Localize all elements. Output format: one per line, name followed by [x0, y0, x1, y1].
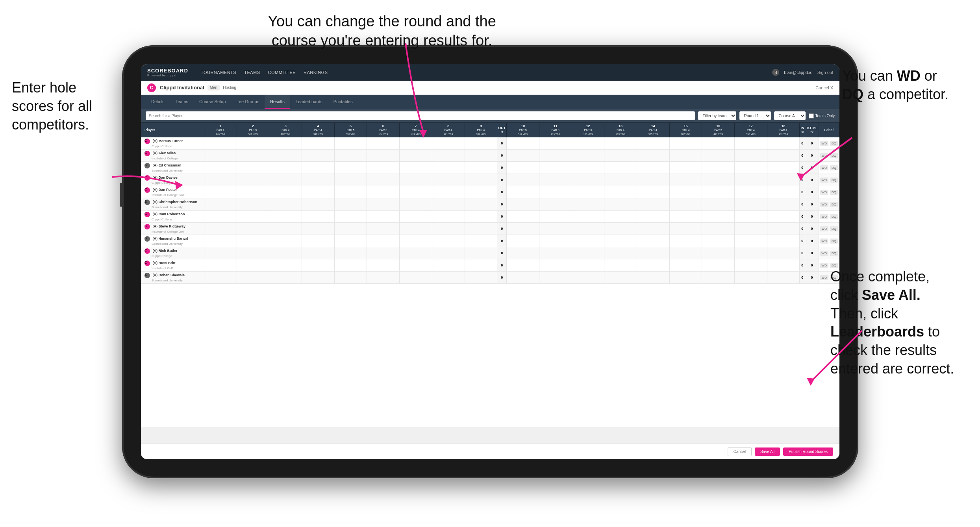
filter-by-team-select[interactable]: Filter by team	[698, 111, 736, 120]
hole-14-input[interactable]	[637, 174, 669, 186]
hole-2-cell[interactable]	[237, 174, 269, 186]
hole-2-cell[interactable]	[237, 259, 269, 272]
hole-11-cell[interactable]	[539, 211, 572, 223]
hole-1-cell[interactable]	[204, 272, 237, 284]
hole-16-input[interactable]	[702, 247, 734, 259]
hole-16-cell[interactable]	[702, 198, 735, 211]
hole-11-cell[interactable]	[539, 186, 572, 198]
hole-8-input[interactable]	[432, 272, 465, 283]
hole-10-input[interactable]	[507, 247, 539, 259]
hole-4-input[interactable]	[302, 137, 334, 149]
hole-17-input[interactable]	[735, 174, 767, 186]
hole-17-input[interactable]	[735, 272, 767, 283]
hole-10-cell[interactable]	[507, 186, 539, 198]
hole-17-cell[interactable]	[735, 211, 767, 223]
hole-1-cell[interactable]	[204, 259, 237, 272]
hole-6-input[interactable]	[367, 162, 399, 174]
hole-4-input[interactable]	[302, 235, 334, 247]
hole-14-cell[interactable]	[637, 235, 669, 247]
hole-3-cell[interactable]	[269, 186, 302, 198]
hole-8-input[interactable]	[432, 211, 465, 222]
hole-4-input[interactable]	[302, 223, 334, 235]
hole-9-input[interactable]	[465, 198, 497, 210]
hole-18-input[interactable]	[767, 186, 800, 198]
hole-15-cell[interactable]	[669, 235, 702, 247]
hole-11-input[interactable]	[539, 198, 572, 210]
hole-17-input[interactable]	[735, 137, 767, 149]
hole-13-cell[interactable]	[604, 174, 637, 186]
hole-12-cell[interactable]	[572, 174, 604, 186]
nav-teams[interactable]: TEAMS	[244, 70, 260, 75]
hole-11-cell[interactable]	[539, 198, 572, 211]
hole-16-cell[interactable]	[702, 162, 735, 174]
hole-2-input[interactable]	[237, 162, 269, 174]
hole-9-cell[interactable]	[465, 259, 497, 272]
hole-9-input[interactable]	[465, 223, 497, 235]
hole-15-input[interactable]	[670, 211, 702, 222]
hole-18-cell[interactable]	[767, 223, 800, 235]
hole-10-cell[interactable]	[507, 198, 539, 211]
tab-teams[interactable]: Teams	[170, 95, 194, 109]
hole-4-cell[interactable]	[302, 174, 335, 186]
hole-4-input[interactable]	[302, 247, 334, 259]
hole-9-input[interactable]	[465, 272, 497, 283]
hole-16-input[interactable]	[702, 174, 734, 186]
hole-5-cell[interactable]	[334, 162, 367, 174]
hole-8-input[interactable]	[432, 150, 465, 161]
hole-16-cell[interactable]	[702, 259, 735, 272]
hole-5-cell[interactable]	[334, 272, 367, 284]
tab-leaderboards[interactable]: Leaderboards	[290, 95, 328, 109]
hole-13-input[interactable]	[604, 211, 637, 222]
hole-3-cell[interactable]	[269, 150, 302, 162]
hole-5-cell[interactable]	[334, 259, 367, 272]
cancel-button[interactable]: Cancel	[728, 447, 752, 456]
hole-5-input[interactable]	[335, 198, 367, 210]
hole-8-input[interactable]	[432, 162, 465, 174]
hole-14-cell[interactable]	[637, 259, 669, 272]
hole-10-cell[interactable]	[507, 223, 539, 235]
hole-8-cell[interactable]	[432, 235, 465, 247]
hole-17-cell[interactable]	[735, 223, 767, 235]
hole-7-cell[interactable]	[400, 150, 432, 162]
hole-12-cell[interactable]	[572, 137, 604, 150]
hole-2-input[interactable]	[237, 247, 269, 259]
hole-5-input[interactable]	[335, 137, 367, 149]
hole-13-cell[interactable]	[604, 247, 637, 259]
hole-11-input[interactable]	[539, 272, 572, 283]
hole-11-cell[interactable]	[539, 272, 572, 284]
hole-15-input[interactable]	[670, 247, 702, 259]
hole-9-input[interactable]	[465, 150, 497, 161]
hole-13-cell[interactable]	[604, 259, 637, 272]
hole-2-input[interactable]	[237, 150, 269, 161]
hole-3-input[interactable]	[269, 235, 302, 247]
hole-15-input[interactable]	[670, 235, 702, 247]
hole-13-input[interactable]	[604, 150, 637, 161]
hole-17-cell[interactable]	[735, 247, 767, 259]
hole-10-input[interactable]	[507, 162, 539, 174]
hole-11-input[interactable]	[539, 235, 572, 247]
hole-13-input[interactable]	[604, 247, 637, 259]
hole-4-cell[interactable]	[302, 150, 335, 162]
hole-16-input[interactable]	[702, 186, 734, 198]
hole-14-cell[interactable]	[637, 198, 669, 211]
hole-16-cell[interactable]	[702, 235, 735, 247]
hole-16-cell[interactable]	[702, 247, 735, 259]
hole-10-input[interactable]	[507, 137, 539, 149]
hole-5-input[interactable]	[335, 162, 367, 174]
hole-9-input[interactable]	[465, 259, 497, 271]
hole-1-input[interactable]	[204, 259, 237, 271]
hole-6-input[interactable]	[367, 272, 399, 283]
hole-6-cell[interactable]	[367, 272, 400, 284]
hole-5-input[interactable]	[335, 223, 367, 235]
hole-12-cell[interactable]	[572, 186, 604, 198]
hole-7-cell[interactable]	[400, 259, 432, 272]
hole-17-cell[interactable]	[735, 150, 767, 162]
hole-4-cell[interactable]	[302, 186, 335, 198]
hole-8-cell[interactable]	[432, 223, 465, 235]
hole-7-input[interactable]	[400, 223, 432, 235]
hole-14-input[interactable]	[637, 150, 669, 161]
hole-18-input[interactable]	[767, 247, 800, 259]
hole-2-input[interactable]	[237, 235, 269, 247]
hole-16-cell[interactable]	[702, 150, 735, 162]
hole-13-input[interactable]	[604, 235, 637, 247]
